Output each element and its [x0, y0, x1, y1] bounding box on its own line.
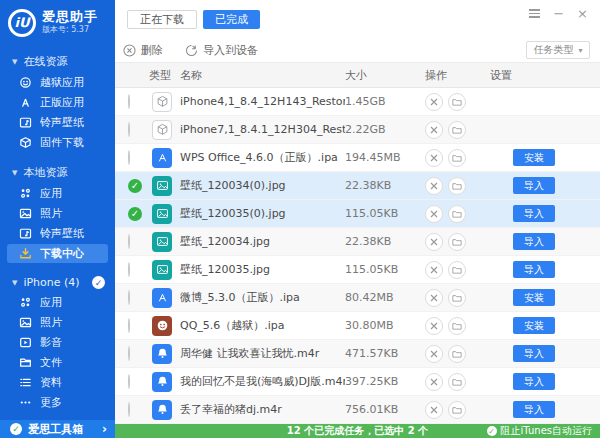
open-folder-button[interactable]	[448, 317, 466, 335]
remove-task-button[interactable]	[425, 373, 443, 391]
app-title: 爱思助手	[42, 10, 98, 25]
import-button[interactable]: 导入	[513, 345, 555, 362]
task-type-dropdown[interactable]: 任务类型 ▾	[526, 41, 590, 59]
tab-downloading[interactable]: 正在下载	[127, 10, 197, 29]
open-folder-button[interactable]	[448, 401, 466, 419]
files-icon	[18, 356, 32, 370]
folder-icon	[452, 97, 462, 107]
sidebar-item-ringtone-wallpaper[interactable]: 铃声壁纸	[7, 224, 108, 243]
open-folder-button[interactable]	[448, 261, 466, 279]
sidebar-item-files[interactable]: 文件	[7, 353, 108, 372]
row-checkbox[interactable]	[128, 94, 130, 109]
row-checkbox[interactable]	[128, 290, 130, 305]
install-button[interactable]: 安装	[513, 289, 555, 306]
delete-button[interactable]: 删除	[123, 43, 163, 58]
row-checkbox[interactable]	[128, 150, 130, 165]
row-checkbox[interactable]: ✓	[128, 179, 142, 193]
close-button[interactable]: ×	[577, 7, 588, 20]
file-size: 471.57KB	[345, 347, 425, 360]
open-folder-button[interactable]	[448, 177, 466, 195]
table-row[interactable]: 我的回忆不是我(海鸣威)DJ版.m4r 397.25KB 导入	[115, 368, 600, 396]
import-to-device-button[interactable]: 导入到设备	[185, 43, 258, 58]
table-row[interactable]: 丢了幸福的猪dj.m4r 756.01KB 导入	[115, 396, 600, 424]
genuine-app-icon	[18, 96, 32, 110]
row-checkbox[interactable]	[128, 234, 130, 249]
open-folder-button[interactable]	[448, 233, 466, 251]
table-row[interactable]: 壁纸_120035.jpg 115.05KB 导入	[115, 256, 600, 284]
table-row[interactable]: ✓ 壁纸_120034(0).jpg 22.38KB 导入	[115, 172, 600, 200]
jailbreak-icon	[152, 316, 172, 336]
chevron-down-icon: ▼	[12, 279, 17, 287]
import-button[interactable]: 导入	[513, 177, 555, 194]
minimize-button[interactable]: −	[553, 7, 564, 20]
remove-task-button[interactable]	[425, 177, 443, 195]
open-folder-button[interactable]	[448, 149, 466, 167]
row-checkbox[interactable]	[128, 374, 130, 389]
table-row[interactable]: 周华健 让我欢喜让我忧.m4r 471.57KB 导入	[115, 340, 600, 368]
row-checkbox[interactable]	[128, 346, 130, 361]
table-row[interactable]: 壁纸_120034.jpg 22.38KB 导入	[115, 228, 600, 256]
open-folder-button[interactable]	[448, 205, 466, 223]
file-size: 1.45GB	[345, 95, 425, 108]
remove-task-button[interactable]	[425, 261, 443, 279]
open-folder-button[interactable]	[448, 373, 466, 391]
sidebar-item-firmware-download[interactable]: 固件下载	[7, 133, 108, 152]
col-ops: 操作	[425, 68, 490, 83]
open-folder-button[interactable]	[448, 289, 466, 307]
ringtone-icon	[152, 400, 172, 420]
sidebar-section-header[interactable]: ▼在线资源	[0, 50, 115, 73]
folder-icon	[452, 237, 462, 247]
import-button[interactable]: 导入	[513, 261, 555, 278]
remove-task-button[interactable]	[425, 233, 443, 251]
table-row[interactable]: iPhone7,1_8.4.1_12H304_Restore.ipsw 2.22…	[115, 116, 600, 144]
table-row[interactable]: 微博_5.3.0（正版）.ipa 80.42MB 安装	[115, 284, 600, 312]
menu-icon[interactable]	[529, 9, 540, 18]
sidebar-item-photos[interactable]: 照片	[7, 204, 108, 223]
open-folder-button[interactable]	[448, 93, 466, 111]
sidebar-item-data[interactable]: 资料	[7, 373, 108, 392]
open-folder-button[interactable]	[448, 345, 466, 363]
import-button[interactable]: 导入	[513, 373, 555, 390]
wallpaper-icon	[152, 204, 172, 224]
row-checkbox[interactable]	[128, 122, 130, 137]
sidebar-item-ringtone-wallpaper[interactable]: 铃声壁纸	[7, 113, 108, 132]
tab-completed[interactable]: 已完成	[203, 10, 260, 29]
row-checkbox[interactable]: ✓	[128, 207, 142, 221]
sidebar-item-more[interactable]: 更多	[7, 393, 108, 412]
sidebar-item-jailbreak-app[interactable]: 越狱应用	[7, 73, 108, 92]
delete-circle-x-icon	[123, 44, 136, 57]
sidebar-item-media[interactable]: 影音	[7, 333, 108, 352]
install-button[interactable]: 安装	[513, 149, 555, 166]
row-checkbox[interactable]	[128, 262, 130, 277]
sidebar-item-download-center[interactable]: 下载中心	[7, 244, 108, 263]
sidebar-section-header[interactable]: ▼本地资源	[0, 161, 115, 184]
open-folder-button[interactable]	[448, 121, 466, 139]
sidebar-item-photos[interactable]: 照片	[7, 313, 108, 332]
table-row[interactable]: QQ_5.6（越狱）.ipa 30.80MB 安装	[115, 312, 600, 340]
remove-task-button[interactable]	[425, 205, 443, 223]
remove-task-button[interactable]	[425, 289, 443, 307]
file-size: 22.38KB	[345, 235, 425, 248]
row-checkbox[interactable]	[128, 318, 130, 333]
table-row[interactable]: iPhone4,1_8.4_12H143_Restore.ipsw 1.45GB	[115, 88, 600, 116]
file-size: 80.42MB	[345, 291, 425, 304]
remove-task-button[interactable]	[425, 401, 443, 419]
table-row[interactable]: ✓ 壁纸_120035(0).jpg 115.05KB 导入	[115, 200, 600, 228]
block-itunes-toggle[interactable]: ✓ 阻止iTunes自动运行	[487, 424, 592, 438]
sidebar-section-header[interactable]: ▼iPhone (4)✓	[0, 272, 115, 293]
row-checkbox[interactable]	[128, 402, 130, 417]
import-button[interactable]: 导入	[513, 401, 555, 418]
sidebar-item-apps-grid[interactable]: 应用	[7, 293, 108, 312]
install-button[interactable]: 安装	[513, 317, 555, 334]
remove-task-button[interactable]	[425, 317, 443, 335]
table-row[interactable]: WPS Office_4.6.0（正版）.ipa 194.45MB 安装	[115, 144, 600, 172]
remove-task-button[interactable]	[425, 345, 443, 363]
import-button[interactable]: 导入	[513, 233, 555, 250]
sidebar-item-apps-grid[interactable]: 应用	[7, 184, 108, 203]
import-button[interactable]: 导入	[513, 205, 555, 222]
sidebar-item-genuine-app[interactable]: 正版应用	[7, 93, 108, 112]
remove-task-button[interactable]	[425, 93, 443, 111]
remove-task-button[interactable]	[425, 121, 443, 139]
remove-task-button[interactable]	[425, 149, 443, 167]
sidebar-item-toolbox[interactable]: ✓ 爱思工具箱 ›	[0, 420, 115, 438]
